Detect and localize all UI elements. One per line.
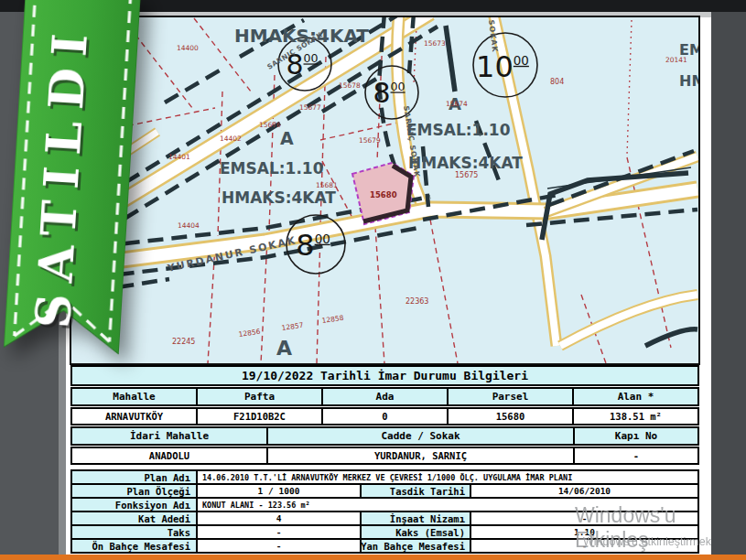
label-on-bahce-mesafesi: Ön Bahçe Mesafesi: [72, 540, 196, 552]
map-label: HMAKS:4KAT: [408, 154, 523, 172]
listing-screenshot: { "ribbon": { "label": "SATILDI", "color…: [0, 0, 746, 560]
map-label: 15677: [299, 103, 321, 112]
table-row-plan-adi: Plan Adı 14.06.2010 T.T.'Lİ ARNAVUTKÖY M…: [70, 469, 699, 485]
value-mahalle: ARNAVUTKÖY: [72, 409, 196, 424]
header-cadde-sokak: Cadde / Sokak: [266, 428, 573, 444]
map-label: EMSAL:1.10: [406, 121, 511, 139]
label-fonksiyon-adi: Fonksiyon Adı: [72, 499, 196, 511]
map-label: 14404: [178, 221, 200, 230]
value-pafta: F21D10B2C: [196, 409, 321, 424]
windows-activation-watermark-line2: Windows'u etkinleştirmek: [583, 535, 711, 548]
map-label: 14400: [177, 44, 199, 52]
table-value-row-2: ANADOLU YURDANUR, SARNIÇ -: [70, 447, 699, 465]
map-label: HMA: [679, 72, 698, 90]
value-kat-adedi: 4: [196, 512, 360, 524]
map-label: A: [276, 337, 292, 360]
value-plan-olcegi: 1 / 1000: [196, 485, 360, 497]
map-label: 15674: [446, 100, 468, 108]
label-taks: Taks: [72, 526, 196, 538]
value-parsel: 15680: [447, 409, 572, 424]
map-label: 804: [550, 78, 564, 86]
value-cadde-sokak: YURDANUR, SARNIÇ: [266, 448, 573, 463]
header-kapi-no: Kapı No: [573, 428, 697, 444]
map-label: 20141: [665, 56, 687, 64]
header-idari-mahalle: İdari Mahalle: [72, 428, 266, 444]
map-label: 22363: [405, 297, 428, 306]
label-kaks-emsal: Kaks (Emsal): [360, 526, 470, 538]
label-insaat-nizami: İnşaat Nizamı: [360, 512, 470, 524]
map-label: 15678: [339, 81, 361, 90]
map-label: 15675: [455, 171, 478, 179]
value-idari-mahalle: ANADOLU: [72, 448, 266, 463]
label-tasdik-tarihi: Tasdik Tarihi: [360, 485, 470, 497]
map-label: 14401: [168, 153, 190, 161]
header-alan: Alan *: [572, 389, 697, 404]
map-label: 15679: [359, 136, 381, 145]
table-title: 19/10/2022 Tarihli İmar Durumu Bilgileri: [70, 365, 699, 386]
bottom-orange-bar: [0, 555, 746, 560]
value-on-bahce-mesafesi: -: [196, 540, 360, 552]
zoning-map: 8008001000800 HMAKS:4KATEMSAL:1.10HMAKS:…: [70, 16, 700, 365]
map-label: 15681: [316, 181, 338, 189]
value-plan-adi: 14.06.2010 T.T.'Lİ ARNAVUTKÖY MERKEZ VE …: [196, 471, 697, 483]
table-header-row-2: İdari Mahalle Cadde / Sokak Kapı No: [70, 426, 699, 446]
map-label: 22245: [172, 338, 195, 346]
map-label: 15673: [424, 39, 446, 48]
header-pafta: Pafta: [196, 389, 321, 404]
table-value-row-1: ARNAVUTKÖY F21D10B2C 0 15680 138.51 m²: [70, 407, 699, 425]
map-label: HMAKS:4KAT: [222, 188, 336, 207]
label-plan-olcegi: Plan Ölçeği: [72, 485, 196, 497]
header-parsel: Parsel: [447, 389, 572, 404]
header-mahalle: Mahalle: [72, 389, 196, 404]
map-label: EMSAL:1.10: [220, 159, 324, 178]
map-label: A: [280, 128, 294, 148]
value-alan: 138.51 m²: [572, 409, 697, 424]
header-ada: Ada: [321, 389, 447, 404]
map-label: 14402: [220, 135, 242, 143]
zoning-map-svg: 8008001000800 HMAKS:4KATEMSAL:1.10HMAKS:…: [71, 17, 698, 363]
right-background: [711, 12, 746, 560]
map-label: 15676: [259, 121, 281, 129]
value-ada: 0: [321, 409, 447, 424]
map-label: 15680: [370, 190, 397, 199]
value-taks: -: [196, 526, 360, 538]
table-row-plan-olcegi: Plan Ölçeği 1 / 1000 Tasdik Tarihi 14/06…: [70, 483, 699, 499]
table-header-row-1: Mahalle Pafta Ada Parsel Alan *: [70, 387, 699, 406]
value-kapi-no: -: [573, 448, 697, 463]
sold-ribbon: SATILDI SATILDI: [3, 0, 140, 361]
label-kat-adedi: Kat Adedi: [72, 512, 196, 524]
value-tasdik-tarihi: 14/06/2010: [470, 485, 697, 497]
label-plan-adi: Plan Adı: [72, 471, 196, 483]
label-yan-bahce-mesafesi: Yan Bahçe Mesafesi: [360, 540, 470, 552]
